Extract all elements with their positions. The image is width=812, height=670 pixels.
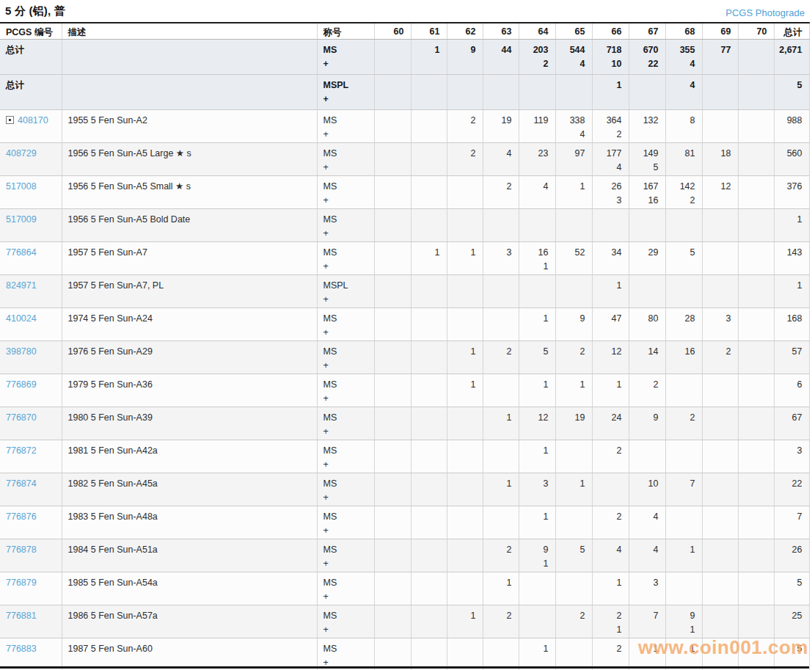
pcgs-number-link[interactable]: 517009 (6, 214, 37, 225)
pcgs-number-link[interactable]: 776879 (6, 578, 37, 588)
designation-cell: MS+ (317, 473, 374, 506)
grade-62-cell (447, 638, 483, 670)
grade-62-cell: 2 (447, 143, 483, 176)
grade-66-cell: 24 (592, 407, 629, 440)
grade-60-cell (374, 143, 411, 176)
grade-count: 23 (519, 148, 549, 160)
designation-cell: MSPL+ (317, 75, 374, 110)
grade-67-cell: 1495 (629, 143, 665, 176)
grade-66-cell: 4 (592, 539, 629, 572)
grade-67-cell: 29 (629, 242, 665, 275)
grade-68-cell (665, 209, 702, 242)
total-cell: 5 (774, 638, 809, 670)
grade-count: 77 (703, 44, 731, 57)
grade-69-cell (702, 407, 738, 440)
grade-count: 8 (666, 114, 695, 127)
column-header-grade-65: 65 (555, 23, 592, 40)
grade-60-cell (374, 506, 411, 539)
designation-plus-label: + (323, 624, 374, 636)
designation-label: MS (323, 148, 374, 160)
pcgs-number-link[interactable]: 776876 (6, 511, 37, 522)
grade-70-cell (738, 506, 774, 539)
table-row: 4100241974 5 Fen Sun-A24MS+194780283168 (0, 308, 809, 341)
pcgs-number-link[interactable]: 517008 (6, 181, 37, 192)
designation-cell: MS+ (317, 440, 374, 473)
population-table: PCGS 编号 描述 称号 6061626364656667686970总计 总… (0, 22, 810, 670)
grade-69-cell (702, 275, 738, 308)
pcgs-number-link[interactable]: 398780 (6, 346, 37, 357)
grade-67-cell: 132 (629, 110, 665, 143)
column-header-grade-61: 61 (411, 23, 447, 40)
grade-count: 1 (412, 247, 440, 259)
designation-label: MS (323, 247, 374, 259)
grade-63-cell: 2 (483, 176, 519, 209)
pcgs-number-link[interactable]: 408729 (6, 148, 37, 159)
pcgs-number-link[interactable]: 776872 (6, 445, 37, 456)
pcgs-number-link[interactable]: 408170 (18, 115, 48, 125)
grade-63-cell (483, 275, 519, 308)
grade-64-cell: 5 (519, 341, 555, 374)
grade-68-cell: 28 (665, 308, 702, 341)
pcgs-number-link[interactable]: 776869 (6, 379, 37, 390)
column-header-grade-69: 69 (702, 23, 738, 40)
photograde-link[interactable]: PCGS Photograde (725, 7, 805, 18)
column-header-description: 描述 (62, 23, 317, 40)
pcgs-number-link[interactable]: 776883 (6, 644, 37, 654)
grade-count: 7 (629, 610, 659, 622)
grade-62-cell (447, 473, 483, 506)
coin-description: 1981 5 Fen Sun-A42a (62, 440, 317, 473)
pcgs-number-link[interactable]: 410024 (6, 313, 37, 324)
plus-grade-count: 4 (593, 161, 622, 174)
grade-61-cell (411, 275, 447, 308)
grade-66-cell (592, 209, 629, 242)
grade-61-cell (411, 473, 447, 506)
grade-count: 2 (483, 610, 512, 622)
grade-67-cell: 7 (629, 605, 665, 638)
grade-66-cell: 1 (592, 275, 629, 308)
pcgs-number-link[interactable]: 776864 (6, 247, 37, 258)
grade-70-cell (738, 407, 774, 440)
grade-66-cell: 2 (592, 506, 629, 539)
pcgs-number-link[interactable]: 776874 (6, 478, 37, 489)
grade-69-cell (702, 110, 738, 143)
designation-plus-label: + (323, 591, 374, 603)
plus-grade-count: 3 (593, 194, 622, 207)
grade-70-cell (738, 209, 774, 242)
pcgs-number-link[interactable]: 824971 (6, 280, 37, 291)
grade-62-cell: 1 (447, 605, 483, 638)
column-header-pcgs-number: PCGS 编号 (0, 23, 62, 40)
total-cell: 25 (774, 605, 809, 638)
designation-plus-label: + (323, 426, 374, 438)
grade-65-cell: 2 (555, 341, 592, 374)
grade-count: 338 (556, 114, 585, 127)
grade-count: 9 (447, 44, 476, 57)
grade-63-cell (483, 440, 519, 473)
grade-66-cell: 3642 (592, 110, 629, 143)
grade-62-cell: 2 (447, 110, 483, 143)
grade-67-cell: 4 (629, 506, 665, 539)
grade-67-cell (629, 275, 665, 308)
pcgs-number-link[interactable]: 776878 (6, 545, 37, 555)
grade-66-cell: 2 (592, 638, 629, 670)
grade-61-cell (411, 539, 447, 572)
grade-count: 26 (593, 181, 622, 193)
designation-cell: MS+ (317, 605, 374, 638)
grade-64-cell (519, 209, 555, 242)
designation-plus-label: + (323, 58, 374, 70)
table-row: 7768741982 5 Fen Sun-A45aMS+13110722 (0, 473, 809, 506)
grade-count: 149 (629, 148, 659, 160)
grade-69-cell: 2 (702, 341, 738, 374)
grade-count: 1 (519, 379, 549, 391)
bottom-divider (0, 666, 809, 669)
expand-icon[interactable] (6, 116, 14, 124)
table-row: 8249711957 5 Fen Sun-A7, PLMSPL+11 (0, 275, 809, 308)
grade-count: 1 (556, 181, 585, 193)
description-cell (62, 75, 317, 110)
grade-count: 1 (519, 511, 549, 523)
pcgs-number-link[interactable]: 776870 (6, 412, 37, 423)
designation-label: MS (323, 44, 374, 57)
grade-count: 14 (629, 346, 659, 358)
grade-67-cell (629, 209, 665, 242)
pcgs-number-link[interactable]: 776881 (6, 611, 37, 621)
grade-count: 4 (593, 544, 622, 556)
